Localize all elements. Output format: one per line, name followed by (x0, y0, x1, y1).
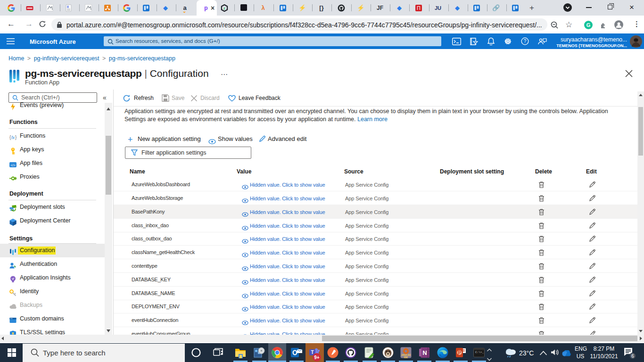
svg-text:</>: </> (10, 164, 15, 167)
svg-text:6: 6 (631, 354, 634, 359)
svg-text:IDE: IDE (404, 356, 408, 359)
svg-text:fx: fx (11, 135, 15, 140)
svg-text:G: G (586, 22, 591, 28)
svg-text:C:\>_: C:\>_ (475, 351, 484, 354)
svg-text:r: r (223, 6, 225, 11)
svg-text:N: N (422, 349, 427, 356)
svg-text:P: P (458, 350, 461, 355)
svg-text:?: ? (524, 39, 527, 44)
svg-text:9+: 9+ (314, 355, 320, 360)
svg-text:}: } (15, 135, 17, 140)
